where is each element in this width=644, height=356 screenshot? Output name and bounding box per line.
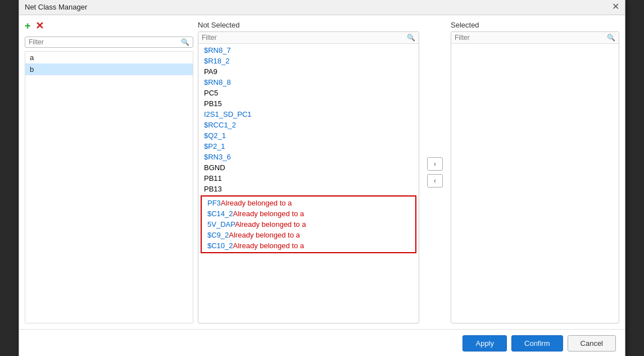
transfer-buttons: › ‹	[424, 21, 446, 323]
list-item[interactable]: $R18_2	[198, 56, 419, 66]
cancel-button[interactable]: Cancel	[568, 335, 616, 352]
warning-text: Already belonged to a	[235, 220, 306, 229]
list-item[interactable]: $RCC1_2	[198, 120, 419, 130]
list-item[interactable]: PF3Already belonged to a	[202, 198, 415, 208]
apply-button[interactable]: Apply	[462, 335, 507, 352]
not-selected-filter-row: 🔍	[198, 32, 419, 44]
warning-text: Already belonged to a	[233, 209, 304, 218]
selected-items	[451, 44, 619, 323]
toolbar: + ✕	[25, 21, 193, 33]
list-item[interactable]: PB13	[198, 184, 419, 194]
warning-net-name: PF3	[207, 199, 221, 207]
warning-net-name: $C14_2	[207, 209, 233, 218]
list-item[interactable]: PC5	[198, 88, 419, 98]
right-section: Selected 🔍	[451, 21, 619, 323]
left-filter-input[interactable]	[29, 38, 181, 46]
warning-text: Already belonged to a	[221, 199, 292, 207]
list-item[interactable]: $P2_1	[198, 141, 419, 152]
list-item[interactable]: $RN8_7	[198, 45, 419, 56]
class-item-a[interactable]: a	[25, 52, 193, 63]
list-item[interactable]: $C10_2Already belonged to a	[202, 240, 415, 251]
selected-filter-input[interactable]	[455, 34, 607, 42]
left-arrow-icon: ‹	[434, 176, 436, 185]
list-item[interactable]: $RN3_6	[198, 152, 419, 162]
list-item[interactable]: $RN8_8	[198, 77, 419, 88]
list-item[interactable]: $C9_2Already belonged to a	[202, 230, 415, 240]
list-item[interactable]: BGND	[198, 162, 419, 173]
not-selected-items: $RN8_7 $R18_2 PA9 $RN8_8 PC5 PB15 I2S1_S…	[198, 44, 419, 323]
not-selected-panel: 🔍 $RN8_7 $R18_2 PA9 $RN8_8 PC5 PB15 I2S1…	[198, 31, 419, 323]
list-item[interactable]: 5V_DAPAlready belonged to a	[202, 219, 415, 230]
dialog-footer: Apply Confirm Cancel	[19, 329, 625, 356]
net-class-manager-dialog: Net Class Manager ✕ + ✕ 🔍 a b Not Select…	[19, 0, 625, 356]
class-item-b[interactable]: b	[25, 63, 193, 75]
dialog-body: + ✕ 🔍 a b Not Selected 🔍 $RN8_7	[19, 15, 625, 329]
right-arrow-icon: ›	[434, 159, 436, 168]
selected-panel: 🔍	[451, 31, 619, 323]
list-item[interactable]: PB15	[198, 98, 419, 109]
dialog-title: Net Class Manager	[25, 3, 87, 11]
confirm-button[interactable]: Confirm	[511, 335, 563, 352]
warning-box: PF3Already belonged to a $C14_2Already b…	[201, 195, 416, 253]
left-panel: + ✕ 🔍 a b	[25, 21, 193, 323]
not-selected-label: Not Selected	[198, 21, 419, 29]
selected-filter-icon: 🔍	[607, 34, 615, 42]
warning-net-name: $C10_2	[207, 241, 233, 250]
list-item[interactable]: I2S1_SD_PC1	[198, 109, 419, 120]
warning-text: Already belonged to a	[233, 241, 304, 250]
warning-net-name: $C9_2	[207, 231, 229, 239]
move-left-button[interactable]: ‹	[427, 174, 443, 188]
not-selected-filter-icon: 🔍	[407, 34, 415, 42]
left-filter-box: 🔍	[25, 36, 193, 48]
left-filter-icon: 🔍	[181, 38, 189, 46]
selected-label: Selected	[451, 21, 619, 29]
delete-class-button[interactable]: ✕	[35, 21, 44, 31]
list-item[interactable]: $C14_2Already belonged to a	[202, 208, 415, 219]
close-button[interactable]: ✕	[612, 2, 619, 11]
center-section: Not Selected 🔍 $RN8_7 $R18_2 PA9 $RN8_8 …	[198, 21, 419, 323]
move-right-button[interactable]: ›	[427, 157, 443, 171]
class-list: a b	[25, 51, 193, 323]
list-item[interactable]: $Q2_1	[198, 130, 419, 141]
title-bar: Net Class Manager ✕	[19, 0, 625, 15]
selected-filter-row: 🔍	[451, 32, 619, 44]
list-item[interactable]: PA9	[198, 66, 419, 77]
list-item[interactable]: PB11	[198, 173, 419, 184]
warning-net-name: 5V_DAP	[207, 220, 235, 229]
warning-text: Already belonged to a	[229, 231, 300, 239]
add-class-button[interactable]: +	[25, 21, 31, 31]
not-selected-filter-input[interactable]	[202, 34, 407, 42]
